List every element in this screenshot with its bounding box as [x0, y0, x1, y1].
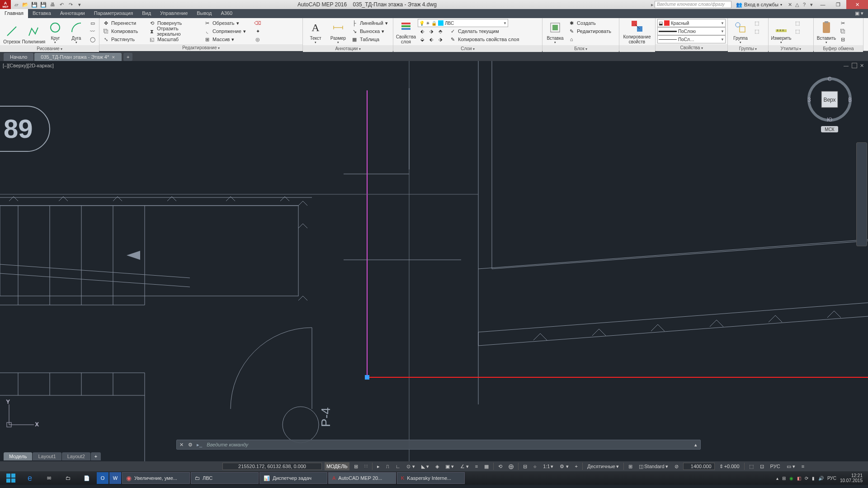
ut-i1[interactable]: ⬚: [793, 19, 802, 27]
sign-in-button[interactable]: 👥 Вход в службы▾: [732, 2, 786, 8]
a360-icon[interactable]: △: [794, 1, 800, 8]
copy-button[interactable]: ⿻Копировать: [101, 27, 146, 35]
doctab-start[interactable]: Начало: [4, 53, 33, 61]
group-button[interactable]: Группа▾: [730, 19, 751, 44]
ellipse-icon[interactable]: ◯: [88, 35, 97, 43]
match-props-button[interactable]: Копирование свойств: [621, 19, 653, 44]
tray-kav-icon[interactable]: ◉: [789, 476, 793, 481]
tray-updates-icon[interactable]: ⟳: [805, 476, 808, 481]
clean-icon[interactable]: ▭ ▾: [785, 462, 797, 470]
tab-a360[interactable]: A360: [217, 9, 237, 18]
move-button[interactable]: ✥Перенести: [101, 19, 146, 27]
linear-dim-button[interactable]: ├Линейный ▾: [350, 19, 389, 27]
elev-display[interactable]: ⇕ +0.000: [717, 462, 741, 470]
start-button[interactable]: [2, 472, 20, 484]
close-button[interactable]: ✕: [846, 0, 868, 9]
scale-button[interactable]: ◱Масштаб: [147, 35, 202, 43]
panel-utils-title[interactable]: Утилиты: [769, 45, 813, 52]
match-layer-button[interactable]: ⬙⬖⬗ ✎Копировать свойства слоя: [418, 35, 540, 43]
cb-i2[interactable]: ⿻: [838, 27, 847, 35]
text-button[interactable]: AТекст▾: [305, 19, 326, 44]
qat-redo-icon[interactable]: ↷: [67, 1, 74, 8]
app-icon[interactable]: AMEP: [0, 0, 11, 9]
gr-i2[interactable]: ⬚: [752, 27, 761, 35]
command-line[interactable]: ✕ ⚙ ▸_ Введите команду ▴: [176, 440, 701, 450]
keyword-search[interactable]: Введите ключевое слово/фразу: [655, 1, 731, 8]
paste-button[interactable]: Вставить▾: [816, 19, 837, 44]
layout-model[interactable]: Модель: [4, 452, 32, 460]
insert-block-button[interactable]: Вставка▾: [544, 19, 566, 44]
gear-icon[interactable]: ⚙ ▾: [558, 462, 570, 470]
qat-more-icon[interactable]: ▾: [76, 1, 83, 8]
tool-icon[interactable]: ⊞: [627, 462, 634, 470]
qat-undo-icon[interactable]: ↶: [58, 1, 65, 8]
tab-output[interactable]: Вывод: [192, 9, 216, 18]
ann-mon[interactable]: ⨁: [507, 462, 515, 470]
ortho-toggle[interactable]: ∟: [394, 462, 402, 470]
tray-action-icon[interactable]: ⊞: [782, 476, 786, 481]
sel-cycle[interactable]: ⟲: [496, 462, 504, 470]
cmd-input[interactable]: Введите команду: [204, 442, 691, 447]
qat-saveas-icon[interactable]: 💾: [40, 1, 47, 8]
panel-annot-title[interactable]: Аннотации: [303, 45, 393, 52]
pinned-outlook-icon[interactable]: O: [97, 472, 108, 484]
pinned-notepad-icon[interactable]: 📄: [78, 472, 96, 484]
tray-up-icon[interactable]: ▴: [776, 476, 778, 481]
pinned-word-icon[interactable]: W: [109, 472, 121, 484]
osnap-toggle[interactable]: ◈: [434, 462, 441, 470]
taskbar-autocad[interactable]: AAutoCAD MEP 20...: [328, 472, 396, 484]
ut-i2[interactable]: ⬚: [793, 27, 802, 35]
offset-icon[interactable]: ◎: [253, 35, 262, 43]
tab-insert[interactable]: Вставка: [28, 9, 56, 18]
tray-network-icon[interactable]: ▮: [812, 476, 815, 481]
minimize-button[interactable]: —: [816, 0, 830, 9]
color-combo[interactable]: ⬓Красный▼: [657, 19, 726, 27]
pinned-explorer-icon[interactable]: 🗀: [59, 472, 77, 484]
table-button[interactable]: ▦Таблица: [350, 35, 389, 43]
trim-button[interactable]: ✂Обрезать ▾: [203, 19, 252, 27]
lineweight-combo[interactable]: ПоСлою▼: [657, 27, 726, 35]
qat-new-icon[interactable]: ▱: [13, 1, 20, 8]
panel-props-title[interactable]: Свойства: [656, 44, 727, 51]
edit-block-button[interactable]: ✎Редактировать: [567, 27, 612, 35]
tab-view[interactable]: Вид: [137, 9, 156, 18]
lwt-toggle[interactable]: ≡: [473, 462, 480, 470]
doctab-close-icon[interactable]: ✕: [112, 55, 115, 60]
sb-lang[interactable]: РУС: [769, 462, 782, 470]
viewcube[interactable]: Верх С В Ю З МСК: [805, 75, 854, 133]
value-field[interactable]: 1400.000: [683, 463, 715, 470]
layout-new[interactable]: +: [91, 452, 101, 460]
3dosnap-toggle[interactable]: ▣ ▾: [443, 462, 456, 470]
cmd-config-icon[interactable]: ⚙: [186, 442, 195, 448]
units-toggle[interactable]: ⟐: [532, 462, 538, 470]
style-combo[interactable]: ◫ Standard ▾: [637, 462, 670, 470]
circle-button[interactable]: Круг▾: [45, 19, 65, 44]
arc-button[interactable]: Дуга▾: [66, 19, 86, 44]
pinned-tb-icon[interactable]: ✉: [40, 472, 58, 484]
custom-icon[interactable]: ≡: [800, 462, 806, 470]
help-dd-icon[interactable]: ▾: [808, 1, 815, 8]
tray-clock[interactable]: 12:21 10.07.2015: [840, 473, 863, 483]
infer-toggle[interactable]: ▸: [375, 462, 382, 470]
panel-block-title[interactable]: Блок: [542, 45, 619, 52]
dyn-toggle[interactable]: ⎍: [384, 462, 391, 470]
new-tab-button[interactable]: +: [123, 53, 132, 61]
snap-toggle[interactable]: ∷: [363, 462, 369, 470]
grid-toggle[interactable]: ⊞: [352, 462, 360, 470]
layer-combo[interactable]: 💡☀🔒 ЛВС▼: [418, 19, 508, 27]
cmd-history-icon[interactable]: ▴: [691, 442, 700, 448]
restore-button[interactable]: ❐: [831, 0, 845, 9]
ribbon-collapse-icon[interactable]: ▣ ▾: [850, 9, 868, 18]
spline-icon[interactable]: 〰: [88, 27, 97, 35]
pinned-ie-icon[interactable]: e: [21, 472, 39, 484]
mirror-button[interactable]: ⧗Отразить зеркально: [147, 27, 202, 35]
line-button[interactable]: Отрезок: [2, 19, 22, 44]
qat-open-icon[interactable]: 📂: [22, 1, 29, 8]
gr-i1[interactable]: ⬚: [752, 19, 761, 27]
create-block-button[interactable]: ✱Создать: [567, 19, 612, 27]
tray-lang[interactable]: РУС: [827, 476, 836, 481]
rect-icon[interactable]: ▭: [88, 19, 97, 27]
layout-2[interactable]: Layout2: [62, 452, 90, 460]
iso-icon[interactable]: ⬚: [747, 462, 755, 470]
tab-home[interactable]: Главная: [0, 9, 28, 18]
